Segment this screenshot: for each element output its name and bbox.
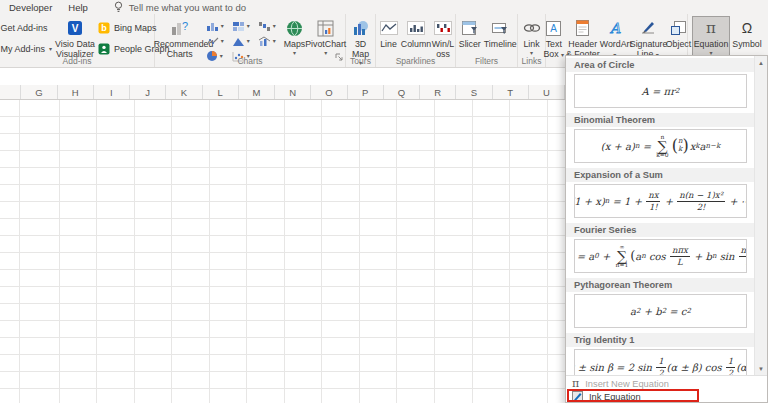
insert-area-chart-button[interactable]: ▾	[232, 34, 258, 48]
ribbon-group-tours: 3D Map ▾ Tours	[346, 14, 376, 67]
column-header-R[interactable]: R	[420, 85, 456, 99]
chevron-down-icon: ▾	[221, 38, 224, 44]
equation-menu-footer: π Insert New Equation Ink Equation	[566, 375, 767, 402]
equation-section-title-trig-identity-1: Trig Identity 1	[566, 333, 755, 347]
scroll-down-arrow[interactable]: ▼	[755, 362, 767, 375]
combo-chart-icon	[258, 36, 271, 47]
maps-globe-icon	[286, 19, 303, 37]
chevron-down-icon: ▾	[561, 52, 564, 58]
sparkline-column-icon	[407, 19, 425, 37]
text-box-label: Text Box ▾	[542, 39, 566, 59]
spreadsheet-grid[interactable]	[0, 100, 565, 403]
group-label-filters: Filters	[456, 56, 517, 66]
visio-icon: V	[67, 19, 83, 37]
column-header-L[interactable]: L	[203, 85, 239, 99]
sparkline-line-label: Line	[380, 39, 397, 49]
timeline-button[interactable]: Timeline	[484, 16, 517, 49]
insert-hierarchy-chart-button[interactable]: ▾	[232, 19, 258, 33]
insert-column-chart-button[interactable]: ▾	[206, 19, 232, 33]
tell-me-box[interactable]: Tell me what you want to do	[114, 1, 246, 13]
equation-section-title-pythagorean-theorem: Pythagorean Theorem	[566, 278, 755, 292]
column-header-N[interactable]: N	[275, 85, 311, 99]
column-header-J[interactable]: J	[130, 85, 166, 99]
column-header-I[interactable]: I	[94, 85, 130, 99]
chevron-down-icon: ▾	[221, 23, 224, 29]
ink-equation-item[interactable]: Ink Equation	[566, 390, 767, 403]
equation-item-area-of-circle[interactable]: A = πr2	[574, 74, 747, 108]
link-icon	[523, 19, 541, 37]
bing-maps-label: Bing Maps	[114, 23, 157, 33]
tab-developer[interactable]: Developer	[9, 2, 52, 13]
slicer-button[interactable]: Slicer	[456, 16, 484, 49]
header-footer-button[interactable]: Header & Footer	[566, 16, 600, 59]
column-chart-icon	[206, 21, 219, 32]
svg-text:b: b	[101, 23, 107, 33]
tab-help[interactable]: Help	[68, 2, 88, 13]
insert-line-chart-button[interactable]: ▾	[206, 34, 232, 48]
get-addins-button[interactable]: Get Add-ins	[0, 21, 52, 35]
equation-item-trig-identity-1[interactable]: sin α ± sin β = 2 sin 12(α ± β) cos 12(α…	[574, 349, 747, 375]
sparkline-line-button[interactable]: Line	[376, 16, 401, 49]
panel-scrollbar[interactable]: ▲ ▼	[754, 56, 767, 375]
chevron-down-icon: ▾	[273, 23, 276, 29]
equation-item-fourier-series[interactable]: f(x) = a0 + ∞∑n=1(an cos nπxL + bn sin n…	[574, 239, 747, 273]
sparkline-column-button[interactable]: Column	[401, 16, 431, 49]
column-header-U[interactable]: U	[529, 85, 565, 99]
svg-text:?: ?	[182, 20, 188, 32]
ribbon-group-sparklines: Line Column	[376, 14, 456, 67]
omega-symbol-icon: Ω	[742, 19, 752, 37]
equation-button[interactable]: π Equation ▾	[692, 16, 730, 57]
my-addins-button[interactable]: My Add-ins ▾	[0, 42, 52, 56]
signature-line-button[interactable]: Signature Line ▾	[630, 16, 666, 59]
3d-map-icon	[352, 19, 369, 37]
charts-dialog-launcher[interactable]	[335, 47, 343, 65]
equation-item-binomial-theorem[interactable]: (x + a)n = n∑k=0(nk)xkan−k	[574, 129, 747, 163]
object-icon	[671, 19, 686, 37]
bing-maps-icon: b	[98, 22, 110, 34]
pi-equation-icon: π	[706, 19, 716, 37]
insert-waterfall-chart-button[interactable]: ▾	[258, 19, 284, 33]
column-header-Q[interactable]: Q	[384, 85, 420, 99]
column-header-G[interactable]: G	[21, 85, 57, 99]
sparkline-winloss-button[interactable]: Win/Loss	[431, 16, 455, 59]
link-button[interactable]: Link ▾	[519, 16, 545, 56]
column-header-M[interactable]: M	[239, 85, 275, 99]
svg-text:V: V	[72, 23, 79, 34]
equation-item-expansion-of-a-sum[interactable]: (1 + x)n = 1 + nx1! + n(n − 1)x²2! + ⋯	[574, 184, 747, 218]
insert-combo-chart-button[interactable]: ▾	[258, 34, 284, 48]
sparkline-winloss-icon	[434, 19, 452, 37]
chevron-down-icon: ▾	[273, 38, 276, 44]
visio-data-visualizer-button[interactable]: V Visio Data Visualizer	[52, 16, 98, 59]
scroll-up-arrow[interactable]: ▲	[755, 56, 767, 69]
pi-icon: π	[572, 378, 579, 389]
wordart-button[interactable]: A WordArt ▾	[600, 16, 630, 59]
equation-item-pythagorean-theorem[interactable]: a2 + b2 = c2	[574, 294, 747, 328]
equation-gallery: Area of CircleA = πr2Binomial Theorem(x …	[566, 56, 755, 375]
line-chart-icon	[206, 36, 219, 47]
equation-label: Equation	[694, 39, 729, 49]
chevron-down-icon: ▾	[247, 23, 250, 29]
text-box-button[interactable]: A Text Box ▾	[542, 16, 566, 59]
column-header-H[interactable]: H	[58, 85, 94, 99]
column-header-O[interactable]: O	[311, 85, 347, 99]
ribbon-tab-row: Developer Help Tell me what you want to …	[0, 0, 768, 14]
column-header-T[interactable]: T	[493, 85, 529, 99]
column-header-partial[interactable]	[0, 85, 21, 99]
maps-button[interactable]: Maps ▾	[284, 16, 306, 56]
column-header-K[interactable]: K	[166, 85, 202, 99]
chevron-down-icon: ▾	[247, 38, 250, 44]
recommended-charts-icon: ?	[170, 19, 190, 37]
equation-section-title-fourier-series: Fourier Series	[566, 223, 755, 237]
recommended-charts-button[interactable]: ? Recommended Charts	[154, 16, 206, 59]
hierarchy-chart-icon	[232, 21, 245, 32]
symbol-button[interactable]: Ω Symbol	[730, 16, 764, 49]
ribbon-group-addins: Get Add-ins My Add-ins ▾ V	[0, 14, 155, 67]
link-label: Link	[523, 39, 539, 49]
column-header-P[interactable]: P	[348, 85, 384, 99]
svg-text:A: A	[609, 20, 621, 36]
timeline-label: Timeline	[484, 39, 517, 49]
header-footer-icon	[576, 19, 589, 37]
insert-new-equation-item[interactable]: π Insert New Equation	[566, 377, 767, 390]
symbol-label: Symbol	[732, 39, 761, 49]
column-header-S[interactable]: S	[456, 85, 492, 99]
